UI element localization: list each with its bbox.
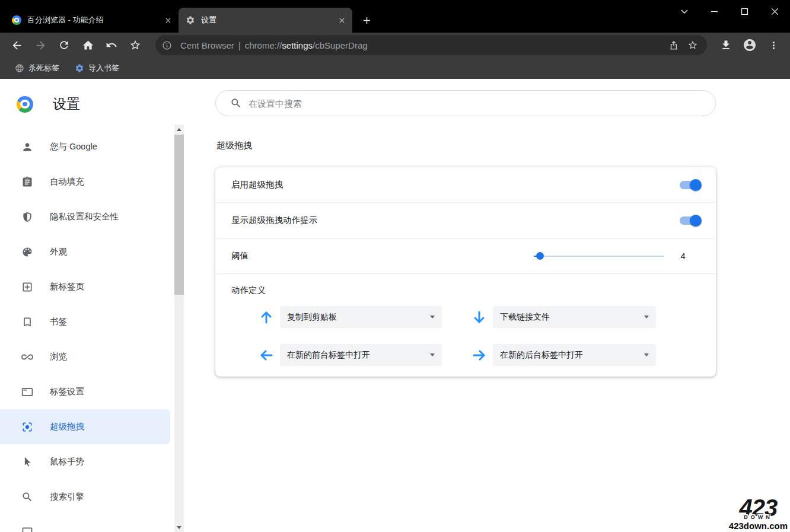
settings-title: 设置: [53, 95, 80, 113]
sidebar-item-partial[interactable]: [0, 514, 170, 532]
back-button[interactable]: [5, 33, 28, 57]
address-bar[interactable]: Cent Browser|chrome://settings/cbSuperDr…: [155, 35, 707, 55]
chevron-down-icon: [644, 353, 649, 356]
sidebar-item-label: 您与 Google: [50, 141, 97, 152]
action-row: 在新的前台标签中打开 在新的后台标签中打开: [231, 344, 702, 366]
home-button[interactable]: [76, 33, 100, 57]
gear-icon: [75, 63, 84, 73]
chevron-down-icon: [681, 9, 688, 14]
minimize-icon: [711, 8, 718, 15]
enable-super-drag-toggle[interactable]: [680, 181, 700, 189]
sidebar-item-browsing[interactable]: 浏览: [0, 339, 170, 374]
sidebar-item-label: 搜索引擎: [50, 491, 84, 502]
threshold-slider[interactable]: [534, 251, 664, 261]
url-separator: |: [238, 40, 241, 50]
scroll-up-button[interactable]: [174, 125, 184, 134]
settings-search-box[interactable]: [215, 90, 716, 116]
drag-right-arrow-icon: [472, 348, 487, 363]
bookmark-item-import-bookmarks[interactable]: 导入书签: [69, 60, 125, 76]
sidebar-item-mouse-gestures[interactable]: 鼠标手势: [0, 444, 170, 479]
action-definitions-title: 动作定义: [231, 282, 702, 298]
scroll-down-button[interactable]: [174, 523, 184, 532]
super-drag-settings-card: 启用超级拖拽 显示超级拖拽动作提示 阈值 4 动作定义: [215, 167, 716, 377]
bookmark-item-kill-tab[interactable]: 杀死标签: [9, 60, 65, 76]
setting-row-show-drag-hint: 显示超级拖拽动作提示: [215, 203, 716, 238]
restore-tab-button[interactable]: [100, 33, 123, 57]
profile-button[interactable]: [738, 33, 762, 57]
privacy-shield-icon: [21, 211, 33, 223]
super-drag-icon: [21, 421, 33, 433]
sidebar-item-privacy-security[interactable]: 隐私设置和安全性: [0, 199, 170, 234]
section-title: 超级拖拽: [216, 140, 790, 151]
share-button[interactable]: [664, 36, 683, 55]
sidebar-item-label: 新标签页: [50, 281, 84, 292]
sidebar-item-label: 隐私设置和安全性: [50, 211, 119, 222]
slider-knob[interactable]: [536, 252, 544, 260]
info-icon: [162, 40, 172, 50]
minimize-button[interactable]: [699, 0, 730, 23]
show-drag-hint-toggle[interactable]: [680, 216, 700, 225]
tab-strip: 百分浏览器 - 功能介绍 设置: [0, 8, 375, 33]
sidebar-item-autofill[interactable]: 自动填充: [0, 164, 170, 199]
tab-settings-icon: [21, 386, 33, 398]
sidebar-item-label: 自动填充: [50, 176, 84, 187]
close-tab-button[interactable]: [336, 15, 347, 26]
sidebar-item-tab-settings[interactable]: 标签设置: [0, 374, 170, 409]
watermark-sub: DOWN: [729, 514, 788, 520]
close-window-button[interactable]: [760, 0, 790, 23]
sidebar-item-new-tab-page[interactable]: 新标签页: [0, 269, 170, 304]
close-icon: [339, 18, 345, 23]
sidebar-item-super-drag[interactable]: 超级拖拽: [0, 409, 170, 444]
reload-button[interactable]: [52, 33, 76, 57]
sidebar-item-appearance[interactable]: 外观: [0, 234, 170, 269]
bookmark-label: 导入书签: [88, 63, 119, 74]
settings-sidebar: 设置 您与 Google 自动填充 隐私设置和安全性 外观 新标签页: [0, 79, 184, 532]
sidebar-item-label: 鼠标手势: [50, 456, 84, 467]
select-value: 在新的前台标签中打开: [287, 350, 370, 361]
slider-track: [534, 256, 664, 257]
collect-button[interactable]: [123, 33, 147, 57]
drag-up-arrow-icon: [259, 310, 274, 325]
mouse-gesture-icon: [21, 456, 33, 468]
triangle-down-icon: [177, 526, 181, 529]
page-info-button[interactable]: [158, 36, 176, 54]
setting-label: 启用超级拖拽: [231, 179, 680, 190]
setting-row-enable-super-drag: 启用超级拖拽: [215, 167, 716, 203]
maximize-button[interactable]: [730, 0, 760, 23]
new-tab-button[interactable]: [358, 12, 375, 28]
reload-icon: [58, 39, 70, 51]
triangle-up-icon: [177, 128, 181, 131]
tab-settings[interactable]: 设置: [179, 8, 352, 33]
close-tab-button[interactable]: [163, 15, 173, 26]
sidebar-item-you-and-google[interactable]: 您与 Google: [0, 129, 170, 164]
drag-left-action-select[interactable]: 在新的前台标签中打开: [280, 344, 442, 366]
sidebar-item-search-engine[interactable]: 搜索引擎: [0, 479, 170, 514]
sidebar-item-label: 浏览: [50, 351, 67, 362]
maximize-icon: [741, 8, 748, 15]
browser-menu-button[interactable]: [762, 33, 785, 57]
drag-down-action-select[interactable]: 下载链接文件: [493, 306, 656, 328]
tab-cent-browser-intro[interactable]: 百分浏览器 - 功能介绍: [5, 8, 179, 33]
settings-header: 设置: [0, 79, 184, 129]
sidebar-item-label: 书签: [50, 316, 67, 327]
setting-label: 阈值: [231, 250, 534, 262]
globe-icon: [15, 63, 24, 73]
downloads-button[interactable]: [714, 33, 738, 57]
scrollbar-thumb[interactable]: [174, 135, 184, 295]
monitor-icon: [21, 526, 33, 532]
forward-button[interactable]: [28, 33, 52, 57]
sidebar-scrollbar[interactable]: [174, 125, 184, 532]
drag-up-action-select[interactable]: 复制到剪贴板: [280, 306, 442, 328]
chevron-down-icon: [430, 353, 435, 356]
sidebar-item-label: 标签设置: [50, 386, 84, 397]
tab-search-button[interactable]: [669, 0, 699, 23]
cent-browser-logo-icon: [12, 15, 21, 25]
bookmark-page-button[interactable]: [683, 36, 702, 55]
settings-search-input[interactable]: [249, 98, 706, 109]
search-icon: [230, 97, 242, 109]
sidebar-item-label: 外观: [50, 246, 67, 257]
drag-left-arrow-icon: [259, 348, 274, 363]
select-value: 下载链接文件: [500, 312, 550, 323]
drag-right-action-select[interactable]: 在新的后台标签中打开: [493, 344, 656, 366]
sidebar-item-bookmarks[interactable]: 书签: [0, 304, 170, 339]
